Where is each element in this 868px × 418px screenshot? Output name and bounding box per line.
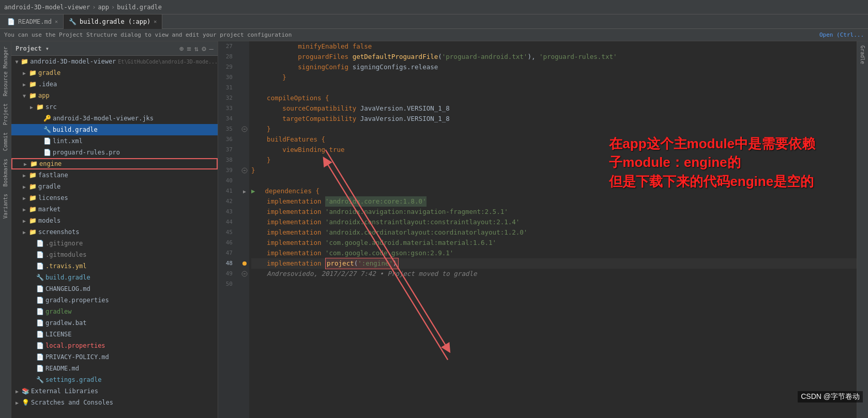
gutter-47 xyxy=(240,248,249,258)
tab-build-gradle[interactable]: 🔧 build.gradle (:app) ✕ xyxy=(64,14,162,29)
file-icon-gradle-properties: 📄 xyxy=(35,297,44,304)
gutter-46 xyxy=(240,238,249,248)
tree-item-proguard[interactable]: 📄 proguard-rules.pro xyxy=(11,147,218,158)
tree-item-build-gradle-root[interactable]: 🔧 build.gradle xyxy=(11,272,218,283)
sidebar-tab-variants[interactable]: Variants xyxy=(2,191,9,222)
tab-readme[interactable]: 📄 README.md ✕ xyxy=(2,14,64,29)
file-icon-settings-gradle: 🔧 xyxy=(35,376,44,383)
fold-icon-49[interactable] xyxy=(241,270,248,277)
tree-item-lint[interactable]: 📄 lint.xml xyxy=(11,135,218,147)
info-bar: You can use the Project Structure dialog… xyxy=(0,29,868,41)
code-line-42: implementation 'androidx.core:core:1.8.0… xyxy=(251,196,857,207)
gutter-30 xyxy=(240,72,249,83)
tree-item-app[interactable]: ▼ 📁 app xyxy=(11,90,218,101)
tree-arrow-gradle2: ▶ xyxy=(21,184,28,190)
tree-item-scratches[interactable]: ▶ 💡 Scratches and Consoles xyxy=(11,397,218,408)
tab-readme-label: README.md xyxy=(18,18,52,25)
gutter-49 xyxy=(240,269,249,279)
tree-item-gradlew-bat[interactable]: 📄 gradlew.bat xyxy=(11,317,218,329)
key-icon-jks: 🔑 xyxy=(42,115,52,122)
tree-item-gitignore[interactable]: 📄 .gitignore xyxy=(11,238,218,249)
tree-label-gitmodules: .gitmodules xyxy=(45,251,86,258)
folder-icon-licenses: 📁 xyxy=(28,194,37,202)
folder-icon-idea: 📁 xyxy=(28,81,37,88)
list-icon[interactable]: ≡ xyxy=(187,44,191,53)
fold-icon-35[interactable] xyxy=(241,126,248,133)
tree-item-fastlane[interactable]: ▶ 📁 fastlane xyxy=(11,169,218,181)
breadcrumb-file[interactable]: build.gradle xyxy=(117,4,162,11)
file-tree: ▼ 📁 android-3D-model-viewer Et\GitHubCod… xyxy=(11,56,218,418)
code-line-28: proguardFiles getDefaultProguardFile('pr… xyxy=(251,52,857,62)
code-line-48: implementation project(':engine') xyxy=(251,258,857,269)
tree-item-readme-file[interactable]: 📄 README.md xyxy=(11,363,218,374)
code-lines[interactable]: minifyEnabled false proguardFiles getDef… xyxy=(249,41,857,418)
tree-item-gradle-root[interactable]: ▶ 📁 gradle xyxy=(11,67,218,79)
tree-item-engine[interactable]: ▶ 📁 engine xyxy=(11,158,218,169)
file-icon-readme-file: 📄 xyxy=(35,365,44,372)
tree-item-travis[interactable]: 📄 .travis.yml xyxy=(11,260,218,272)
tree-item-external-libs[interactable]: ▶ 📚 External Libraries xyxy=(11,385,218,397)
line-num-41: 41 xyxy=(218,186,236,196)
gutter-42 xyxy=(240,196,249,207)
tree-label-local-properties: local.properties xyxy=(45,342,105,349)
open-link[interactable]: Open (Ctrl... xyxy=(819,32,864,38)
tree-label-gitignore: .gitignore xyxy=(45,240,83,247)
file-icon-build-gradle-root: 🔧 xyxy=(35,274,44,281)
tree-item-root[interactable]: ▼ 📁 android-3D-model-viewer Et\GitHubCod… xyxy=(11,56,218,67)
tree-item-licenses[interactable]: ▶ 📁 licenses xyxy=(11,192,218,204)
line-num-27: 27 xyxy=(218,41,236,52)
tree-item-gradle2[interactable]: ▶ 📁 gradle xyxy=(11,181,218,192)
tree-item-idea[interactable]: ▶ 📁 .idea xyxy=(11,79,218,90)
tree-item-gradle-properties[interactable]: 📄 gradle.properties xyxy=(11,295,218,306)
code-line-35: } xyxy=(251,124,857,134)
tree-item-jks[interactable]: 🔑 android-3d-model-viewer.jks xyxy=(11,113,218,124)
sidebar-tab-bookmarks[interactable]: Bookmarks xyxy=(2,156,9,190)
readme-icon: 📄 xyxy=(7,18,15,25)
minimize-icon[interactable]: — xyxy=(209,44,214,53)
tree-label-scratches: Scratches and Consoles xyxy=(31,399,113,406)
tree-item-gitmodules[interactable]: 📄 .gitmodules xyxy=(11,249,218,260)
tab-readme-close[interactable]: ✕ xyxy=(55,19,58,24)
fold-icon-39[interactable] xyxy=(241,167,248,174)
libs-icon: 📚 xyxy=(21,388,30,395)
tree-label-screenshots: screenshots xyxy=(38,228,79,236)
line-num-39: 39 xyxy=(218,165,236,176)
tree-arrow-root: ▼ xyxy=(13,59,20,65)
gutter-44 xyxy=(240,217,249,227)
line-num-34: 34 xyxy=(218,114,236,124)
file-icon-gitmodules: 📄 xyxy=(35,251,44,258)
tree-item-models[interactable]: ▶ 📁 models xyxy=(11,215,218,226)
tree-item-changelog[interactable]: 📄 CHANGELOG.md xyxy=(11,283,218,295)
line-num-42: 42 xyxy=(218,196,236,207)
line-numbers: 27 28 29 30 31 32 33 34 35 36 37 38 39 4… xyxy=(218,41,240,418)
sidebar-tab-project[interactable]: Project xyxy=(2,100,9,128)
tree-item-license[interactable]: 📄 LICENSE xyxy=(11,329,218,340)
sync-icon[interactable]: ⊕ xyxy=(179,44,184,53)
gutter-34 xyxy=(240,114,249,124)
tree-arrow-licenses: ▶ xyxy=(21,195,28,201)
tree-item-settings-gradle[interactable]: 🔧 settings.gradle xyxy=(11,374,218,385)
line-num-29: 29 xyxy=(218,62,236,72)
gutter-38 xyxy=(240,155,249,165)
sort-icon[interactable]: ⇅ xyxy=(194,44,199,53)
sidebar-tab-resource-manager[interactable]: Resource Manager xyxy=(2,43,9,99)
tree-item-build-gradle[interactable]: 🔧 build.gradle xyxy=(11,124,218,135)
tree-item-screenshots[interactable]: ▶ 📁 screenshots xyxy=(11,226,218,238)
settings-icon[interactable]: ⚙ xyxy=(202,44,206,53)
sidebar-tab-commit[interactable]: Commit xyxy=(2,129,9,154)
right-tab-gradle[interactable]: Gradle xyxy=(859,41,866,68)
breadcrumb-app[interactable]: app xyxy=(98,4,109,11)
tree-item-src[interactable]: ▶ 📁 src xyxy=(11,101,218,113)
tree-item-local-properties[interactable]: 📄 local.properties xyxy=(11,340,218,351)
tree-item-market[interactable]: ▶ 📁 market xyxy=(11,204,218,215)
line-num-33: 33 xyxy=(218,103,236,114)
tree-label-jks: android-3d-model-viewer.jks xyxy=(53,115,154,122)
tree-item-privacy[interactable]: 📄 PRIVACY-POLICY.md xyxy=(11,351,218,363)
line-num-47: 47 xyxy=(218,248,236,258)
tree-arrow-engine: ▶ xyxy=(22,161,29,167)
project-header-icons: ⊕ ≡ ⇅ ⚙ — xyxy=(179,44,214,53)
tab-build-gradle-close[interactable]: ✕ xyxy=(154,19,157,24)
tree-item-gradlew[interactable]: 📄 gradlew xyxy=(11,306,218,317)
tree-label-gradle-properties: gradle.properties xyxy=(45,297,109,304)
breadcrumb-project[interactable]: android-3D-model-viewer xyxy=(4,4,90,11)
